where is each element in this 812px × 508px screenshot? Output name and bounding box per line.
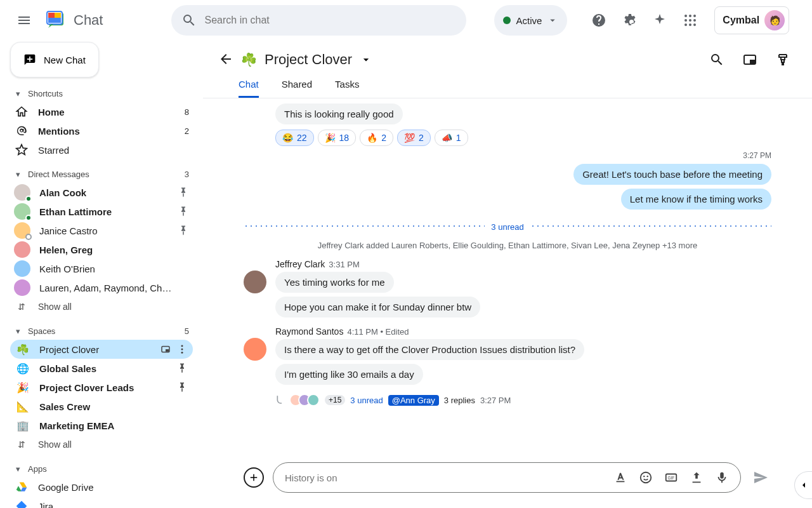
thread-summary[interactable]: +15 3 unread @Ann Gray 3 replies 3:27 PM	[275, 394, 771, 406]
send-button[interactable]	[750, 467, 771, 488]
message-bubble-out: Great! Let's touch base before the meeti…	[573, 164, 771, 185]
more-icon[interactable]	[176, 344, 188, 355]
mic-button[interactable]	[711, 467, 733, 488]
add-attachment-button[interactable]	[244, 467, 264, 488]
pip-button[interactable]	[736, 46, 764, 74]
search-bar[interactable]	[171, 5, 466, 36]
timestamp: 3:27 PM	[244, 151, 771, 160]
section-dm[interactable]: ▾ Direct Messages 3	[10, 166, 193, 183]
tab-chat[interactable]: Chat	[239, 79, 259, 98]
mention-chip: @Ann Gray	[388, 395, 439, 406]
avatar	[14, 279, 30, 296]
caret-down-icon: ▾	[14, 326, 22, 336]
show-all-dm[interactable]: ⇵ Show all	[10, 297, 193, 316]
nav-mentions[interactable]: Mentions 2	[10, 121, 193, 140]
drive-icon	[14, 481, 29, 493]
avatar	[14, 241, 30, 258]
account-switcher[interactable]: Cymbal 🧑	[714, 6, 789, 34]
dm-item[interactable]: Alan Cook	[10, 183, 193, 202]
gif-button[interactable]: GIF	[660, 467, 682, 488]
svg-text:GIF: GIF	[668, 476, 675, 480]
svg-point-11	[684, 23, 687, 26]
thread-avatars	[293, 394, 320, 406]
space-emoji: 🏢	[15, 420, 30, 432]
pin-icon	[176, 382, 188, 393]
back-button[interactable]	[218, 51, 233, 69]
avatar	[14, 260, 30, 277]
app-item-jira[interactable]: Jira	[10, 497, 193, 508]
dm-item[interactable]: Janice Castro	[10, 221, 193, 240]
svg-point-12	[689, 23, 691, 26]
message-bubble: This is looking really good	[275, 104, 403, 124]
nav-starred[interactable]: Starred	[10, 140, 193, 159]
svg-point-23	[647, 476, 648, 477]
message-composer[interactable]: GIF	[273, 462, 741, 493]
message-time: 3:31 PM	[329, 260, 359, 269]
section-apps[interactable]: ▾ Apps	[10, 460, 193, 478]
nav-home[interactable]: Home 8	[10, 102, 193, 121]
space-item[interactable]: 🌐 Global Sales	[10, 359, 193, 378]
pin-icon	[178, 206, 189, 217]
avatar	[14, 222, 30, 239]
status-chip[interactable]: Active	[494, 5, 567, 36]
space-emoji: 🌐	[15, 363, 30, 375]
message-bubble: Is there a way to get off the Clover Pro…	[275, 339, 584, 360]
expand-icon: ⇵	[14, 439, 29, 450]
conversation-search-button[interactable]	[703, 46, 731, 74]
space-emoji: ☘️	[15, 344, 30, 356]
dm-item[interactable]: Ethan Lattimore	[10, 202, 193, 221]
new-chat-button[interactable]: New Chat	[10, 42, 99, 77]
space-item-project-clover[interactable]: ☘️ Project Clover	[10, 340, 193, 359]
settings-button[interactable]	[615, 6, 643, 34]
message-bubble: Yes timing works for me	[275, 272, 394, 293]
section-spaces[interactable]: ▾ Spaces 5	[10, 323, 193, 340]
reaction-chip[interactable]: 🎉18	[318, 130, 357, 146]
sender-name: Jeffrey Clark	[275, 259, 325, 269]
apps-grid-button[interactable]	[676, 6, 704, 34]
message-bubble: I'm getting like 30 emails a day	[275, 364, 423, 385]
main-menu-button[interactable]	[10, 6, 38, 34]
message-input[interactable]	[285, 472, 610, 483]
user-avatar: 🧑	[764, 10, 785, 30]
chevron-down-icon[interactable]	[360, 53, 372, 66]
svg-rect-4	[48, 18, 61, 23]
new-chat-icon	[23, 53, 36, 66]
help-button[interactable]	[585, 6, 613, 34]
brand-name: Cymbal	[723, 15, 759, 26]
emoji-button[interactable]	[635, 467, 657, 488]
space-emoji: 🎉	[15, 382, 30, 394]
caret-down-icon: ▾	[14, 89, 22, 98]
show-all-spaces[interactable]: ⇵ Show all	[10, 435, 193, 454]
at-icon	[14, 124, 29, 137]
dm-item[interactable]: Keith O'Brien	[10, 259, 193, 278]
thread-button[interactable]	[769, 46, 797, 74]
reply-count: 3 replies	[444, 396, 475, 405]
more-count: +15	[325, 395, 345, 405]
svg-rect-2	[48, 13, 55, 18]
reaction-chip[interactable]: 🔥2	[360, 130, 393, 146]
reaction-chip[interactable]: 😂22	[275, 130, 314, 146]
unread-divider: 3 unread	[244, 222, 771, 232]
space-item[interactable]: 🎉 Project Clover Leads	[10, 378, 193, 397]
tab-shared[interactable]: Shared	[282, 79, 312, 98]
message-time: 4:11 PM • Edited	[347, 327, 409, 337]
section-shortcuts[interactable]: ▾ Shortcuts	[10, 85, 193, 102]
search-input[interactable]	[204, 15, 456, 26]
dm-item[interactable]: Lauren, Adam, Raymond, Christian	[10, 278, 193, 297]
system-message: Jeffrey Clark added Lauren Roberts, Elli…	[244, 241, 771, 250]
upload-button[interactable]	[686, 467, 707, 488]
new-chat-label: New Chat	[44, 55, 86, 65]
format-button[interactable]	[610, 467, 631, 488]
space-item[interactable]: 🏢 Marketing EMEA	[10, 416, 193, 435]
space-item[interactable]: 📐 Sales Crew	[10, 397, 193, 416]
room-emoji: ☘️	[241, 52, 257, 67]
popup-icon[interactable]	[160, 344, 171, 355]
tab-tasks[interactable]: Tasks	[335, 79, 359, 98]
reaction-chip[interactable]: 📣1	[435, 130, 468, 146]
gemini-button[interactable]	[646, 6, 674, 34]
app-item-drive[interactable]: Google Drive	[10, 478, 193, 497]
pin-icon	[176, 363, 188, 374]
svg-point-9	[689, 19, 691, 22]
reaction-chip[interactable]: 💯2	[397, 130, 431, 146]
dm-item[interactable]: Helen, Greg	[10, 240, 193, 259]
